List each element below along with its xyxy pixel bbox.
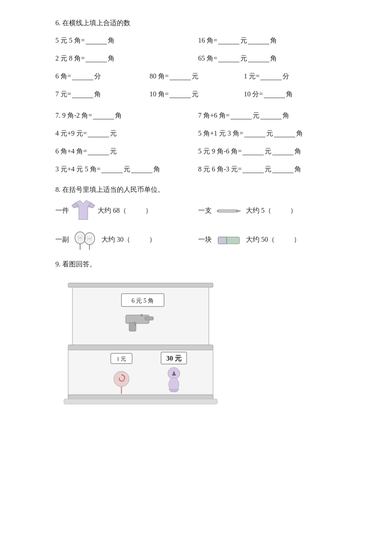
row-7-3: 6 角+4 角=元 5 元 9 角-6 角=元角 [55, 145, 341, 158]
item-shirt: 一件 大约 68（ ） [55, 200, 198, 222]
svg-rect-36 [141, 314, 143, 316]
row-6-1-right: 16 角=元角 [198, 34, 341, 47]
item-gloves: 一副 [55, 229, 198, 251]
section-8: 8. 在括号里填上适当的人民币单位。 一件 大约 68（ ） 一支 大约 5（ [55, 184, 341, 251]
section-6: 6. 在横线上填上合适的数 5 元 5 角=角 16 角=元角 2 元 8 角=… [55, 17, 341, 101]
item-eraser-prefix: 一块 [198, 235, 212, 244]
svg-rect-25 [218, 237, 227, 244]
svg-point-42 [114, 371, 129, 387]
row-6-2-left: 2 元 8 角=角 [55, 52, 198, 65]
svg-marker-0 [76, 200, 91, 220]
shirt-icon [72, 200, 95, 222]
item-pen-prefix: 一支 [198, 206, 212, 215]
row-6-1: 5 元 5 角=角 16 角=元角 [55, 34, 341, 47]
svg-rect-37 [68, 350, 213, 397]
row-6-2: 2 元 8 角=角 65 角=元角 [55, 52, 341, 65]
pen-icon [216, 206, 242, 216]
counter-svg: 6 元 5 角 1 元 [55, 275, 226, 415]
row-6-3: 6 角=分 80 角=元 1 元=分 [55, 69, 341, 83]
section-7: 7. 9 角-2 角=角 7 角+6 角=元角 4 元+9 元=元 5 角+1 … [55, 109, 341, 176]
svg-marker-6 [236, 210, 241, 212]
row-7-2: 4 元+9 元=元 5 角+1 元 3 角=元角 [55, 127, 341, 140]
row-7-4: 3 元+4 元 5 角=元角 8 元 6 角-3 元=元角 [55, 162, 341, 176]
svg-rect-5 [218, 210, 236, 212]
svg-rect-27 [68, 283, 213, 287]
item-pen: 一支 大约 5（ ） [198, 206, 341, 216]
svg-text:♟: ♟ [171, 370, 177, 377]
svg-rect-33 [145, 317, 153, 320]
section-8-title: 8. 在括号里填上适当的人民币单位。 [55, 184, 341, 196]
item-shirt-prefix: 一件 [55, 206, 69, 215]
item-row-1: 一件 大约 68（ ） 一支 大约 5（ ） [55, 200, 341, 222]
item-gloves-prefix: 一副 [55, 235, 69, 244]
row-7-1: 7. 9 角-2 角=角 7 角+6 角=元角 [55, 109, 341, 122]
row-6-4: 7 元=角 10 角=元 10 分=角 [55, 87, 341, 101]
row-6-2-right: 65 角=元角 [198, 52, 341, 65]
eraser-icon [216, 234, 242, 246]
section-9: 9. 看图回答。 6 元 5 角 [55, 258, 341, 416]
section-6-title: 6. 在横线上填上合适的数 [55, 17, 341, 29]
svg-text:1 元: 1 元 [117, 356, 127, 362]
item-eraser: 一块 大约 50（ ） [198, 234, 341, 246]
row-6-1-left: 5 元 5 角=角 [55, 34, 198, 47]
svg-text:6 元 5 角: 6 元 5 角 [132, 298, 154, 304]
counter-illustration: 6 元 5 角 1 元 [55, 275, 341, 415]
section-9-title: 9. 看图回答。 [55, 258, 341, 271]
svg-rect-7 [217, 210, 219, 212]
svg-text:30 元: 30 元 [166, 355, 182, 362]
item-row-2: 一副 [55, 229, 341, 251]
svg-rect-39 [64, 399, 217, 404]
gloves-icon [72, 229, 98, 251]
svg-rect-29 [68, 345, 213, 350]
